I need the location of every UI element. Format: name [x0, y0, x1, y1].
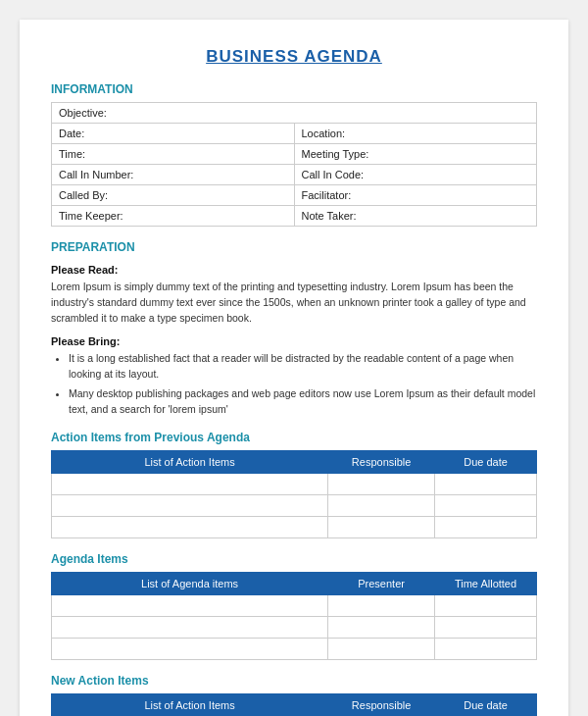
- table-row: Date: Location:: [52, 124, 537, 144]
- call-in-number-cell: Call In Number:: [52, 165, 295, 185]
- agenda-items-table: List of Agenda items Presenter Time Allo…: [51, 572, 537, 660]
- table-header-row: List of Action Items Responsible Due dat…: [52, 694, 537, 716]
- col-header-new-due-date: Due date: [435, 694, 537, 716]
- col-header-responsible: Responsible: [328, 451, 435, 474]
- section-agenda-items-label: Agenda Items: [51, 552, 537, 566]
- date-cell: Date:: [52, 124, 295, 144]
- page-title: BUSINESS AGENDA: [51, 47, 537, 67]
- table-row: [52, 474, 537, 495]
- col-header-presenter: Presenter: [328, 573, 435, 595]
- meeting-type-cell: Meeting Type:: [294, 144, 537, 165]
- section-new-action-label: New Action Items: [51, 674, 537, 688]
- table-row: Time Keeper: Note Taker:: [52, 206, 537, 227]
- table-row: Time: Meeting Type:: [52, 144, 537, 165]
- facilitator-cell: Facilitator:: [294, 185, 537, 206]
- new-action-table: List of Action Items Responsible Due dat…: [51, 693, 537, 716]
- information-table: Objective: Date: Location: Time: Meeting…: [51, 102, 537, 227]
- col-header-time-allotted: Time Allotted: [435, 573, 537, 595]
- location-cell: Location:: [294, 124, 537, 144]
- table-header-row: List of Agenda items Presenter Time Allo…: [52, 573, 537, 595]
- table-row: Called By: Facilitator:: [52, 185, 537, 206]
- please-read-label: Please Read:: [51, 264, 537, 276]
- col-header-new-list-action: List of Action Items: [52, 694, 328, 716]
- table-row: [52, 617, 537, 639]
- table-row: [52, 639, 537, 660]
- col-header-due-date: Due date: [435, 451, 537, 474]
- please-bring-list: It is a long established fact that a rea…: [51, 351, 537, 417]
- please-read-text: Lorem Ipsum is simply dummy text of the …: [51, 280, 537, 326]
- section-preparation-label: PREPARATION: [51, 240, 537, 254]
- table-row: Objective:: [52, 103, 537, 124]
- section-prev-action-label: Action Items from Previous Agenda: [51, 431, 537, 444]
- table-row: [52, 517, 537, 538]
- call-in-code-cell: Call In Code:: [294, 165, 537, 185]
- list-item: Many desktop publishing packages and web…: [69, 386, 537, 418]
- table-row: [52, 595, 537, 617]
- please-bring-label: Please Bring:: [51, 335, 537, 347]
- objective-cell: Objective:: [52, 103, 537, 124]
- list-item: It is a long established fact that a rea…: [69, 351, 537, 383]
- col-header-new-responsible: Responsible: [328, 694, 435, 716]
- time-cell: Time:: [52, 144, 295, 165]
- table-header-row: List of Action Items Responsible Due dat…: [52, 451, 537, 474]
- called-by-cell: Called By:: [52, 185, 295, 206]
- note-taker-cell: Note Taker:: [294, 206, 537, 227]
- time-keeper-cell: Time Keeper:: [52, 206, 295, 227]
- table-row: [52, 495, 537, 517]
- section-information-label: INFORMATION: [51, 82, 537, 96]
- prev-action-table: List of Action Items Responsible Due dat…: [51, 450, 537, 538]
- table-row: Call In Number: Call In Code:: [52, 165, 537, 185]
- page: BUSINESS AGENDA INFORMATION Objective: D…: [20, 20, 568, 716]
- col-header-list-action: List of Action Items: [52, 451, 328, 474]
- col-header-list-agenda: List of Agenda items: [52, 573, 328, 595]
